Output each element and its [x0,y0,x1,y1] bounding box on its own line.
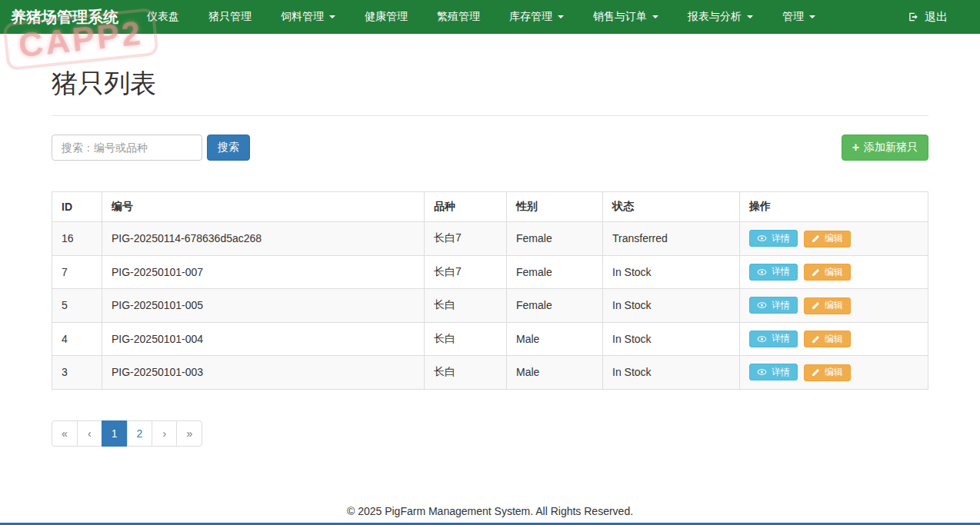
edit-label: 编辑 [825,266,843,279]
cell-actions: 详情 编辑 [740,255,928,289]
pig-table: ID 编号 品种 性别 状态 操作 16 PIG-20250114-678636… [52,191,928,390]
nav-item-dashboard[interactable]: 仪表盘 [132,0,194,34]
search-button-label: 搜索 [218,141,239,155]
nav-label: 管理 [782,10,804,24]
detail-button[interactable]: 详情 [749,230,798,247]
nav-label: 饲料管理 [281,10,324,24]
table-row: 4 PIG-20250101-004 长白 Male In Stock 详情 编… [52,322,928,356]
nav-label: 健康管理 [365,10,408,24]
cell-actions: 详情 编辑 [740,356,928,390]
edit-label: 编辑 [825,299,843,312]
pagination-page-1[interactable]: 1 [102,420,128,447]
table-body: 16 PIG-20250114-678636d5ac268 长白7 Female… [52,222,928,390]
cell-code: PIG-20250101-004 [102,322,425,356]
cell-status: In Stock [603,322,740,356]
table-row: 3 PIG-20250101-003 长白 Male In Stock 详情 编… [52,356,928,390]
main-nav: 仪表盘 猪只管理 饲料管理 健康管理 繁殖管理 库存管理 销售与订单 报表与分析… [132,0,830,34]
header-row: ID 编号 品种 性别 状态 操作 [52,192,928,222]
logout-label: 退出 [925,10,948,25]
page-title: 猪只列表 [52,66,928,101]
header-sex: 性别 [507,192,603,222]
cell-sex: Female [507,222,603,256]
cell-id: 7 [52,255,102,289]
nav-item-health-management[interactable]: 健康管理 [350,0,422,34]
plus-icon: + [852,141,859,154]
table-row: 16 PIG-20250114-678636d5ac268 长白7 Female… [52,222,928,256]
toolbar: 搜索 + 添加新猪只 [52,135,928,161]
table-row: 7 PIG-20250101-007 长白7 Female In Stock 详… [52,255,928,289]
pencil-icon [812,301,820,310]
search-button[interactable]: 搜索 [207,135,250,161]
edit-button[interactable]: 编辑 [804,331,851,347]
cell-code: PIG-20250101-007 [102,255,425,289]
add-pig-label: 添加新猪只 [864,141,918,155]
pencil-icon [812,268,820,277]
pagination-first[interactable]: « [52,420,78,447]
eye-icon [757,234,767,243]
nav-label: 繁殖管理 [437,10,480,24]
chevron-down-icon [809,15,815,18]
detail-label: 详情 [772,366,790,379]
brand-title[interactable]: 养猪场管理系统 [11,7,118,28]
detail-button[interactable]: 详情 [749,331,798,347]
chevron-down-icon [558,15,564,18]
cell-actions: 详情 编辑 [740,222,928,256]
detail-button[interactable]: 详情 [749,364,798,380]
header-id: ID [52,192,102,222]
title-divider [52,115,928,116]
detail-label: 详情 [772,332,790,345]
logout-icon [908,12,919,22]
edit-button[interactable]: 编辑 [804,297,851,314]
table-head: ID 编号 品种 性别 状态 操作 [52,192,928,222]
pagination-prev[interactable]: ‹ [77,420,102,447]
cell-status: In Stock [603,356,740,390]
nav-label: 猪只管理 [208,10,252,24]
cell-breed: 长白7 [425,222,507,256]
cell-breed: 长白 [425,322,507,356]
pagination-page-2[interactable]: 2 [127,420,153,447]
edit-button[interactable]: 编辑 [804,231,851,248]
pagination: « ‹ 1 2 › » [52,420,202,447]
logout-button[interactable]: 退出 [908,10,948,25]
eye-icon [757,334,767,344]
cell-code: PIG-20250101-003 [102,356,425,390]
nav-item-breeding-management[interactable]: 繁殖管理 [422,0,495,34]
copyright-text: © 2025 PigFarm Management System. All Ri… [52,505,928,517]
cell-id: 5 [52,289,102,323]
cell-breed: 长白 [425,289,507,323]
search-input[interactable] [52,135,202,161]
cell-status: In Stock [603,255,740,289]
header-code: 编号 [102,192,425,222]
add-pig-button[interactable]: + 添加新猪只 [842,135,928,161]
eye-icon [757,367,767,377]
edit-label: 编辑 [825,232,843,245]
cell-id: 16 [52,222,102,256]
detail-label: 详情 [772,232,790,245]
chevron-down-icon [747,15,753,18]
top-navbar: 养猪场管理系统 仪表盘 猪只管理 饲料管理 健康管理 繁殖管理 库存管理 销售与… [0,0,980,34]
cell-status: In Stock [603,289,740,323]
edit-label: 编辑 [825,333,843,346]
edit-button[interactable]: 编辑 [804,264,851,281]
cell-sex: Female [507,255,603,289]
detail-button[interactable]: 详情 [749,264,798,281]
cell-actions: 详情 编辑 [740,322,928,356]
chevron-down-icon [652,15,658,18]
search-group: 搜索 [52,135,250,161]
pagination-next[interactable]: › [152,420,177,447]
nav-item-sales-orders[interactable]: 销售与订单 [578,0,673,34]
cell-sex: Male [507,322,603,356]
pagination-last[interactable]: » [176,420,202,447]
cell-breed: 长白7 [425,255,507,289]
chevron-down-icon [329,15,335,18]
nav-item-reports-analysis[interactable]: 报表与分析 [673,0,768,34]
nav-item-inventory-management[interactable]: 库存管理 [495,0,578,34]
nav-label: 销售与订单 [593,10,647,24]
detail-button[interactable]: 详情 [749,297,798,314]
detail-label: 详情 [772,265,790,278]
nav-item-pig-management[interactable]: 猪只管理 [194,0,266,34]
nav-item-feed-management[interactable]: 饲料管理 [266,0,350,34]
pencil-icon [812,335,820,344]
nav-item-admin[interactable]: 管理 [768,0,830,34]
edit-button[interactable]: 编辑 [804,364,851,381]
